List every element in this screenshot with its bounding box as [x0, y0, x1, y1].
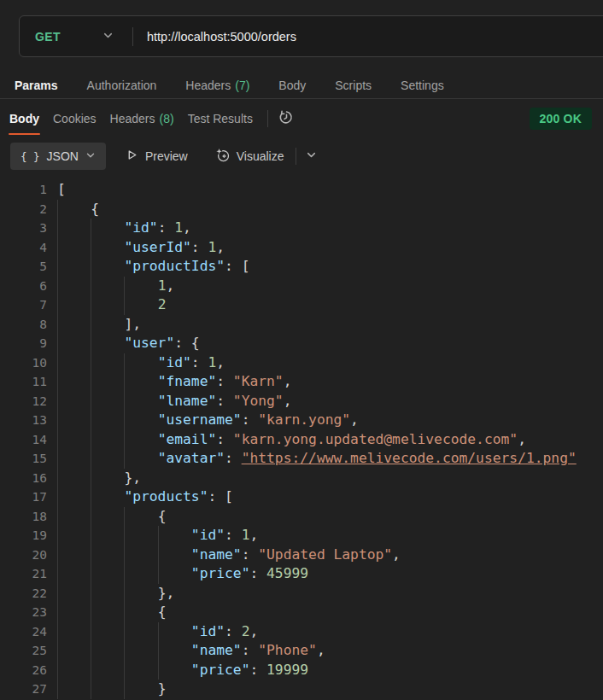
code-content: "id": 2,	[57, 622, 603, 642]
line-number: 5	[0, 257, 47, 277]
response-header: Body Cookies Headers (8) Test Results 20…	[0, 102, 603, 135]
code-content: ],	[57, 315, 603, 335]
request-tab-settings[interactable]: Settings	[386, 72, 459, 98]
code-line: 19 "id": 1,	[0, 526, 603, 545]
code-content: "id": 1,	[57, 526, 603, 545]
indent-guide	[57, 661, 58, 680]
response-tabs: Body Cookies Headers (8) Test Results	[3, 102, 260, 135]
indent-guide	[91, 334, 91, 353]
code-content: {	[57, 603, 603, 622]
line-number: 11	[0, 372, 47, 392]
code-line: 8 ],	[0, 315, 603, 335]
code-line: 4 "userId": 1,	[0, 238, 603, 258]
request-tab-authorization[interactable]: Authorization	[73, 72, 172, 98]
indent-guide	[91, 487, 91, 507]
line-number: 3	[0, 219, 47, 238]
indent-guide	[57, 238, 58, 258]
indent-guide	[57, 334, 58, 353]
indent-guide	[91, 526, 91, 545]
indent-guide	[57, 564, 58, 584]
indent-guide	[57, 411, 58, 430]
code-line: 3 "id": 1,	[0, 219, 603, 238]
code-line: 26 "price": 19999	[0, 661, 603, 680]
line-number: 2	[0, 200, 47, 219]
format-dropdown[interactable]: { } JSON	[10, 143, 106, 170]
indent-guide	[91, 372, 91, 392]
tab-label: Settings	[401, 79, 444, 92]
code-content: }	[57, 680, 603, 699]
code-content: "user": {	[57, 334, 603, 353]
indent-guide	[124, 661, 125, 680]
request-tab-headers[interactable]: Headers (7)	[171, 72, 264, 98]
code-line: 1 [	[0, 180, 603, 200]
code-content: {	[57, 507, 603, 527]
visualize-label: Visualize	[237, 149, 284, 163]
request-tab-body[interactable]: Body	[264, 72, 320, 98]
preview-button[interactable]: Preview	[126, 149, 188, 164]
method-selector[interactable]: GET	[20, 30, 114, 44]
line-number: 23	[0, 603, 47, 622]
indent-guide	[57, 372, 58, 392]
code-line: 2 {	[0, 200, 603, 219]
line-number: 12	[0, 392, 47, 411]
divider	[267, 110, 268, 127]
indent-guide	[57, 353, 58, 373]
chevron-down-icon	[306, 149, 317, 163]
code-line: 25 "name": "Phone",	[0, 641, 603, 661]
line-number: 15	[0, 449, 47, 469]
indent-guide	[91, 238, 91, 258]
code-content: "avatar": "https://www.melivecode.com/us…	[57, 449, 603, 469]
sparkle-icon	[215, 148, 230, 165]
request-tab-scripts[interactable]: Scripts	[320, 72, 386, 98]
code-line: 16 },	[0, 469, 603, 488]
code-line: 9 "user": {	[0, 334, 603, 353]
indent-guide	[57, 622, 58, 642]
response-tab-cookies[interactable]: Cookies	[46, 102, 103, 135]
line-number: 26	[0, 661, 47, 680]
indent-guide	[158, 564, 159, 584]
indent-guide	[57, 603, 58, 622]
indent-guide	[124, 507, 125, 527]
indent-guide	[124, 411, 125, 430]
line-number: 13	[0, 411, 47, 430]
code-content: 1,	[57, 277, 603, 296]
code-line: 24 "id": 2,	[0, 622, 603, 642]
response-body-editor[interactable]: 1 [ 2 { 3 "id": 1, 4 "userId": 1, 5 "pro…	[0, 178, 603, 700]
line-number: 17	[0, 487, 47, 507]
indent-guide	[91, 680, 91, 699]
indent-guide	[124, 392, 125, 411]
response-tab-body[interactable]: Body	[3, 102, 46, 135]
visualize-button[interactable]: Visualize	[215, 148, 284, 165]
indent-guide	[91, 622, 91, 642]
code-line: 20 "name": "Updated Laptop",	[0, 545, 603, 565]
indent-guide	[91, 353, 91, 373]
indent-guide	[91, 315, 91, 335]
indent-guide	[158, 622, 159, 642]
url-input[interactable]: http://localhost:5000/orders	[133, 30, 296, 44]
response-tab-test-results[interactable]: Test Results	[181, 102, 260, 135]
request-tab-params[interactable]: Params	[0, 72, 73, 98]
line-number: 18	[0, 507, 47, 527]
history-icon	[278, 109, 295, 128]
code-content: "lname": "Yong",	[57, 392, 603, 411]
response-tab-headers[interactable]: Headers (8)	[103, 102, 181, 135]
code-line: 14 "email": "karn.yong.updated@melivecod…	[0, 430, 603, 450]
indent-guide	[57, 469, 58, 488]
indent-guide	[158, 661, 159, 680]
chevron-down-icon	[102, 30, 114, 44]
indent-guide	[91, 277, 91, 296]
code-line: 11 "fname": "Karn",	[0, 372, 603, 392]
indent-guide	[91, 584, 91, 604]
indent-guide	[91, 641, 91, 661]
code-content: "name": "Updated Laptop",	[57, 545, 603, 565]
more-options-button[interactable]	[304, 148, 319, 165]
status-badge[interactable]: 200 OK	[530, 108, 592, 130]
indent-guide	[57, 680, 58, 699]
indent-guide	[124, 277, 125, 296]
indent-guide	[91, 219, 91, 238]
code-content: "products": [	[57, 487, 603, 507]
history-button[interactable]	[277, 108, 296, 130]
code-line: 10 "id": 1,	[0, 353, 603, 373]
indent-guide	[57, 200, 58, 219]
indent-guide	[91, 257, 91, 277]
